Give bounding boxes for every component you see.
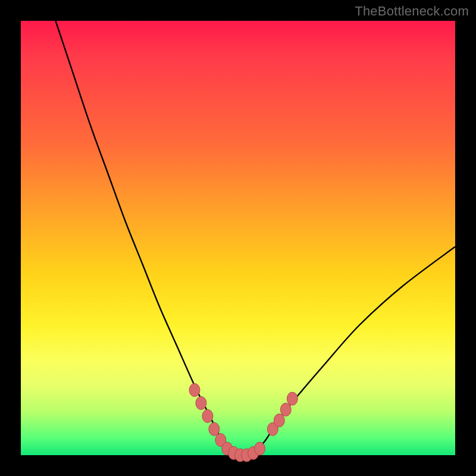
- curve-marker: [287, 392, 298, 405]
- outer-frame: TheBottleneck.com: [0, 0, 476, 476]
- curve-layer: [55, 21, 455, 456]
- curve-marker: [274, 414, 284, 427]
- curve-marker: [189, 384, 200, 397]
- watermark-text: TheBottleneck.com: [355, 4, 469, 19]
- marker-layer: [189, 384, 298, 462]
- plot-area: [21, 21, 455, 455]
- curve-marker: [209, 422, 220, 436]
- curve-marker: [196, 396, 206, 409]
- bottleneck-curve-path: [55, 21, 455, 456]
- curve-marker: [202, 409, 213, 422]
- curve-svg: [21, 21, 455, 455]
- curve-marker: [280, 403, 291, 416]
- curve-marker: [255, 442, 265, 455]
